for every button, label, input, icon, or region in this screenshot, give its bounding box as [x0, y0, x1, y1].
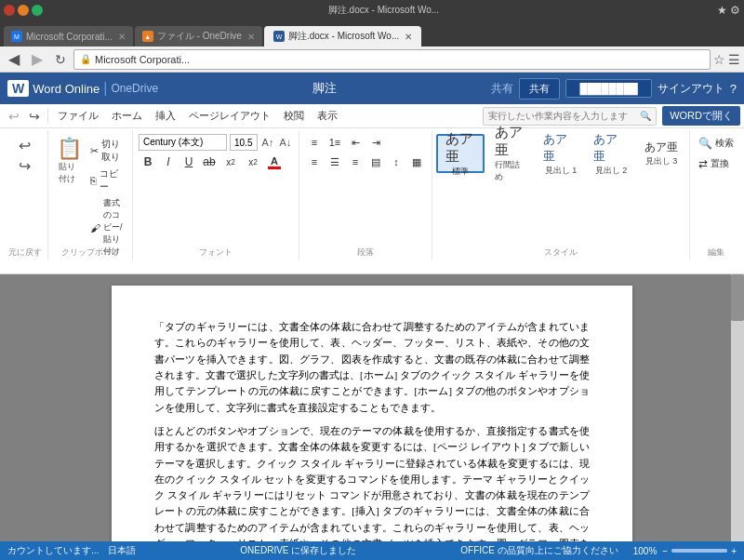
menu-insert[interactable]: 挿入 — [149, 106, 182, 126]
search-ribbon-btn[interactable]: 🔍 検索 — [694, 134, 738, 153]
onedrive-link[interactable]: OneDrive — [111, 82, 158, 95]
shading-btn[interactable]: ▦ — [407, 153, 426, 170]
align-center-btn[interactable]: ☰ — [326, 153, 344, 170]
menu-review[interactable]: 校閲 — [277, 106, 311, 126]
word-app-name: Word Online — [33, 82, 100, 96]
cut-btn[interactable]: ✂ 切り取り — [87, 137, 128, 165]
style-heading3-preview: あア亜 — [644, 140, 678, 155]
style-heading3-btn[interactable]: あア亜 見出し 3 — [637, 134, 685, 173]
style-standard-btn[interactable]: あア亜 標準 — [436, 134, 485, 173]
copy-label: コピー — [100, 167, 126, 193]
subscript-btn[interactable]: x2 — [220, 153, 241, 170]
tab2-close[interactable]: ✕ — [247, 32, 255, 42]
menu-page-layout[interactable]: ページレイアウト — [182, 106, 277, 126]
ribbon-group-paragraph: ≡ 1≡ ⇤ ⇥ ≡ ☰ ≡ ▤ ↕ ▦ 段落 — [299, 130, 432, 260]
copy-btn[interactable]: ⎘ コピー — [87, 167, 128, 194]
style-heading1-btn[interactable]: あア亜 見出し 1 — [537, 134, 585, 173]
browser-window: 脚注.docx - Microsoft Wo... ★ ⚙ — [0, 0, 744, 20]
open-in-word-button[interactable]: WORDで開く — [662, 106, 740, 126]
copy-icon: ⎘ — [90, 175, 97, 186]
strikethrough-btn[interactable]: ab — [200, 153, 219, 170]
forward-button[interactable]: ▶ — [27, 49, 47, 70]
zoom-plus-btn[interactable]: + — [731, 546, 737, 556]
undo-group-label: 元に戻す — [2, 247, 47, 259]
undo-btn[interactable]: ↩ — [4, 106, 24, 127]
zoom-level: 100% — [633, 546, 658, 556]
redo-ribbon-btn[interactable]: ↪ — [11, 157, 39, 174]
signin-button[interactable]: サインアウト — [658, 81, 724, 97]
align-left-btn[interactable]: ≡ — [305, 153, 324, 170]
numbered-list-btn[interactable]: 1≡ — [326, 134, 344, 151]
help-button[interactable]: ? — [730, 82, 737, 96]
font-size-input[interactable] — [230, 134, 258, 151]
brush-icon: 🖌 — [90, 222, 100, 233]
ribbon-group-styles: あア亜 標準 あア亜 行間詰め あア亜 見出し 1 あア亜 — [432, 130, 690, 260]
justify-btn[interactable]: ▤ — [366, 153, 385, 170]
style-heading3-label: 見出し 3 — [645, 155, 678, 167]
ribbon-group-font: A↑ A↓ B I U ab x2 x2 A — [133, 130, 299, 260]
browser-tab-1[interactable]: M Microsoft Corporati... ✕ — [4, 26, 133, 47]
search-ribbon-icon: 🔍 — [698, 137, 712, 150]
back-button[interactable]: ◀ — [4, 49, 24, 70]
editing-group-label: 編集 — [690, 247, 742, 259]
clipboard-group-label: クリップボード — [48, 247, 132, 259]
word-app: W Word Online | OneDrive 脚注 共有 共有 ██████… — [0, 73, 744, 560]
refresh-button[interactable]: ↻ — [50, 49, 71, 70]
replace-icon: ⇄ — [698, 157, 708, 170]
font-name-input[interactable] — [139, 134, 227, 151]
zoom-minus-btn[interactable]: − — [662, 546, 668, 556]
browser-tab-3[interactable]: W 脚注.docx - Microsoft Wo... ✕ — [264, 26, 421, 47]
style-standard-preview: あア亜 — [445, 130, 475, 166]
underline-btn[interactable]: U — [179, 153, 198, 170]
replace-ribbon-btn[interactable]: ⇄ 置換 — [694, 154, 738, 173]
increase-font-btn[interactable]: A↑ — [260, 135, 275, 150]
menu-view[interactable]: 表示 — [311, 106, 344, 126]
scissors-icon: ✂ — [90, 145, 99, 157]
scrollbar-track[interactable] — [731, 274, 744, 541]
menu-icon[interactable]: ☰ — [728, 52, 740, 67]
indent-decrease-btn[interactable]: ⇤ — [346, 134, 365, 151]
indent-increase-btn[interactable]: ⇥ — [366, 134, 385, 151]
superscript-btn[interactable]: x2 — [243, 153, 263, 170]
style-heading2-btn[interactable]: あア亜 見出し 2 — [587, 134, 635, 173]
window-close-btn[interactable] — [4, 5, 15, 16]
language-status: 日本語 — [108, 544, 136, 557]
star-icon[interactable]: ★ — [717, 4, 727, 17]
address-bar[interactable]: 🔒 Microsoft Corporati... — [73, 49, 711, 70]
decrease-font-btn[interactable]: A↓ — [278, 135, 293, 150]
line-spacing-btn[interactable]: ↕ — [387, 153, 405, 170]
menu-file[interactable]: ファイル — [51, 106, 105, 126]
settings-icon[interactable]: ⚙ — [730, 4, 740, 17]
zoom-slider[interactable] — [671, 549, 727, 553]
tab3-close[interactable]: ✕ — [405, 32, 412, 42]
scrollbar-thumb[interactable] — [731, 274, 744, 321]
italic-btn[interactable]: I — [159, 153, 178, 170]
align-right-btn[interactable]: ≡ — [346, 153, 365, 170]
user-account-btn[interactable]: ████████ — [565, 79, 651, 98]
window-min-btn[interactable] — [18, 5, 29, 16]
quality-feedback[interactable]: OFFICE の品質向上にご協力ください — [460, 544, 618, 557]
undo-ribbon-btn[interactable]: ↩ — [11, 134, 39, 156]
bold-btn[interactable]: B — [139, 153, 157, 170]
window-max-btn[interactable] — [32, 5, 43, 16]
style-line-spacing-btn[interactable]: あア亜 行間詰め — [486, 134, 535, 173]
tab1-close[interactable]: ✕ — [118, 32, 126, 42]
cut-label: 切り取り — [101, 138, 126, 164]
window-title: 脚注.docx - Microsoft Wo... — [50, 4, 717, 17]
word-logo: W Word Online | OneDrive — [7, 80, 158, 97]
font-color-btn[interactable]: A — [265, 153, 284, 170]
share-button[interactable]: 共有 — [519, 78, 560, 100]
star-bookmark-icon[interactable]: ☆ — [713, 52, 725, 67]
status-bar: カウントしています... 日本語 ONEDRIVE に保存しました OFFICE… — [0, 541, 744, 560]
doc-page: 「タブのギャラリーには、文書全体の体裁に合わせて調整するためのアイテムが含まれて… — [112, 286, 632, 541]
search-bar[interactable]: 🔍 — [483, 107, 657, 126]
bullet-list-btn[interactable]: ≡ — [305, 134, 324, 151]
menu-home[interactable]: ホーム — [105, 106, 149, 126]
tab1-label: Microsoft Corporati... — [26, 32, 113, 42]
redo-btn[interactable]: ↪ — [24, 106, 45, 127]
paste-btn[interactable]: 📋 貼り付け — [52, 134, 86, 188]
search-input[interactable] — [488, 111, 637, 121]
browser-tab-2[interactable]: ▲ ファイル - OneDrive ✕ — [135, 26, 262, 47]
document-area[interactable]: 「タブのギャラリーには、文書全体の体裁に合わせて調整するためのアイテムが含まれて… — [0, 274, 744, 541]
style-heading2-preview: あア亜 — [593, 131, 629, 165]
